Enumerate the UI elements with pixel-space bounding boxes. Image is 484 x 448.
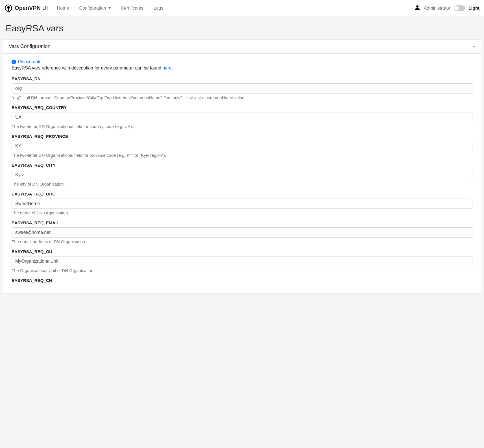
nav-configuration-label: Configuration [79,6,106,11]
nav-logs[interactable]: Logs [149,3,168,13]
note-desc: EasyRSA vars reference with description … [12,66,472,71]
nav-certificates[interactable]: Certificates [116,3,148,13]
field-city: EASYRSA_REQ_CITY The city of DN Organisa… [12,163,472,186]
user-icon [414,5,420,12]
toggle-knob [454,6,459,10]
theme-label: Light [468,6,479,11]
openvpn-logo-icon [5,4,12,12]
help-org: The name of DN Organisation. [12,210,472,215]
field-email: EASYRSA_REQ_EMAIL The e-mail address of … [12,220,472,244]
input-ou[interactable] [12,256,472,266]
label-ou: EASYRSA_REQ_OU [12,249,472,254]
label-country: EASYRSA_REQ_COUNTRY [12,105,472,110]
nav-configuration[interactable]: Configuration [75,3,115,13]
note-desc-prefix: EasyRSA vars reference with description … [12,66,162,70]
help-country: The two-letter DN Organisational field f… [12,124,472,129]
user-name[interactable]: Administrator [424,6,450,11]
label-dn: EASYRSA_DN [12,76,472,81]
note-title-line: i Please note [12,59,472,64]
card-header: Vars Configuration – [3,40,481,54]
label-province: EASYRSA_REQ_PROVINCE [12,134,472,139]
input-country[interactable] [12,112,472,122]
input-city[interactable] [12,170,472,180]
label-org: EASYRSA_REQ_ORG [12,192,472,196]
collapse-icon[interactable]: – [472,44,475,49]
info-icon: i [12,60,16,64]
input-email[interactable] [12,227,472,238]
vars-card: Vars Configuration – i Please note EasyR… [3,39,481,294]
field-ou: EASYRSA_REQ_OU The Organisational Unit o… [12,249,472,273]
field-cn: EASYRSA_REQ_CN [12,278,472,283]
page-title: EasyRSA vars [0,16,484,39]
field-province: EASYRSA_REQ_PROVINCE The two-letter DN O… [12,134,472,158]
field-dn: EASYRSA_DN "org" - full DN format: "Coun… [12,76,472,100]
help-email: The e-mail address of DN Organisation. [12,239,472,244]
field-country: EASYRSA_REQ_COUNTRY The two-letter DN Or… [12,105,472,129]
note-desc-suffix: . [172,66,173,70]
label-email: EASYRSA_REQ_EMAIL [12,220,472,225]
help-province: The two-letter DN Organisational field f… [12,153,472,158]
navbar: OpenVPN UI Home Configuration Certificat… [0,0,484,16]
svg-point-1 [7,6,10,9]
nav-links: Home Configuration Certificates Logs [53,3,414,13]
card-body: i Please note EasyRSA vars reference wit… [3,54,481,293]
note-block: i Please note EasyRSA vars reference wit… [12,59,472,71]
svg-text:i: i [13,60,14,64]
note-title: Please note [18,59,42,64]
input-dn[interactable] [12,83,472,93]
input-province[interactable] [12,141,472,151]
theme-toggle[interactable] [454,5,465,11]
label-city: EASYRSA_REQ_CITY [12,163,472,168]
nav-home[interactable]: Home [53,3,74,13]
input-org[interactable] [12,199,472,209]
brand[interactable]: OpenVPN UI [5,4,48,12]
navbar-right: Administrator Light [414,5,479,12]
help-dn: "org" - full DN format: "Country/Provinc… [12,95,472,100]
field-org: EASYRSA_REQ_ORG The name of DN Organisat… [12,192,472,215]
label-cn: EASYRSA_REQ_CN [12,278,472,283]
chevron-down-icon [108,7,111,9]
note-link[interactable]: here [162,66,171,70]
help-city: The city of DN Organisation. [12,182,472,186]
help-ou: The Organisational Unit of DN Organisati… [12,268,472,273]
card-title: Vars Configuration [9,44,51,49]
brand-text: OpenVPN UI [15,5,48,11]
